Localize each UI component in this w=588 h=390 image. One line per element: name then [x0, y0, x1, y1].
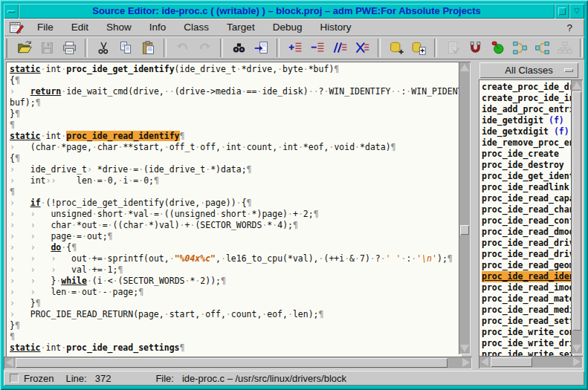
class-list-item[interactable]: proc_ide_read_settings: [482, 316, 574, 327]
call-graph-button[interactable]: [554, 38, 575, 58]
class-list-item[interactable]: proc_ide_write_config: [482, 327, 574, 338]
class-list-item[interactable]: proc_ide_read_config: [482, 215, 574, 227]
code-line: › › › out·+=·sprintf(out,·"%04x%c",·le16…: [10, 253, 462, 264]
syntax-check-icon: [445, 40, 461, 56]
class-vscroll-thumb[interactable]: [572, 91, 581, 331]
scroll-down-arrow[interactable]: [460, 345, 469, 352]
class-list[interactable]: create_proc_ide_drivescreate_proc_ide_in…: [479, 79, 574, 357]
class-hscroll-thumb[interactable]: [491, 357, 532, 367]
syntax-check-button[interactable]: [442, 38, 463, 58]
goto-line-icon: [253, 40, 269, 56]
find-button[interactable]: [228, 38, 249, 58]
redo-icon: [197, 40, 213, 56]
class-filter-dropdown[interactable]: All Classes: [479, 62, 578, 78]
outdent-button[interactable]: [307, 38, 328, 58]
shade-button[interactable]: ▽: [569, 4, 584, 19]
class-list-item[interactable]: proc_ide_read_media: [482, 305, 574, 316]
class-list-item[interactable]: proc_ide_read_imodel: [482, 282, 574, 293]
class-list-item[interactable]: proc_ide_create: [482, 149, 574, 160]
class-list-item[interactable]: proc_ide_read_channel: [482, 204, 574, 215]
scroll-up-arrow[interactable]: [572, 82, 581, 89]
magnet-button[interactable]: [465, 38, 485, 58]
class-list-item[interactable]: proc_ide_write_driver: [482, 338, 574, 349]
code-line: buf);¶: [10, 97, 462, 108]
class-list-item[interactable]: proc_ide_read_mate: [482, 293, 574, 305]
code-line: }¶: [10, 108, 462, 120]
class-list-item[interactable]: ide_getdigit (f): [482, 115, 574, 126]
call-graph-icon: [557, 40, 572, 56]
class-list-item[interactable]: proc_ide_read_dmodel: [482, 227, 574, 238]
cut-button[interactable]: [93, 38, 114, 58]
menu-debug[interactable]: Debug: [264, 19, 311, 36]
notepad-pencil-icon: [9, 20, 24, 35]
class-list-item[interactable]: proc_ide_readlink: [482, 182, 574, 193]
code-horizontal-scrollbar[interactable]: [4, 357, 472, 369]
menu-target[interactable]: Target: [218, 19, 264, 36]
class-list-item[interactable]: proc_ide_get_identify: [482, 171, 574, 182]
menu-class[interactable]: Class: [175, 19, 218, 36]
scroll-down-arrow[interactable]: [572, 345, 581, 352]
class-list-item[interactable]: ide_getxdigit (f): [482, 126, 574, 137]
add-file-button[interactable]: [408, 38, 429, 58]
comment-button[interactable]: [329, 38, 350, 58]
toolbar-grip-handle[interactable]: [6, 39, 7, 58]
maximize-button[interactable]: [555, 4, 569, 19]
window-menu-button[interactable]: [4, 4, 19, 19]
print-button[interactable]: [59, 38, 80, 58]
class-list-horizontal-scrollbar[interactable]: [479, 356, 583, 368]
class-list-item[interactable]: create_proc_ide_interfaces: [482, 93, 574, 104]
toolbar-group: [224, 38, 275, 58]
colorize-button[interactable]: [487, 38, 508, 58]
toolbar-group: [382, 38, 433, 58]
class-list-vertical-scrollbar[interactable]: [571, 79, 583, 354]
scroll-left-arrow[interactable]: [481, 357, 488, 366]
uncomment-button[interactable]: [352, 38, 372, 58]
referred-by-button[interactable]: [532, 38, 552, 58]
copy-button[interactable]: [115, 38, 136, 58]
add-symbol-button[interactable]: [386, 38, 407, 58]
class-list-item[interactable]: proc_ide_read_drivers: [482, 249, 574, 260]
class-list-item[interactable]: ide_remove_proc_entries: [482, 137, 574, 149]
redo-button[interactable]: [194, 38, 215, 58]
class-list-item-selected[interactable]: proc_ide_read_identify: [482, 271, 574, 282]
class-list-item[interactable]: proc_ide_destroy: [482, 160, 574, 171]
class-list-item[interactable]: create_proc_ide_drives: [482, 82, 574, 93]
toolbar-separator: [220, 39, 223, 57]
class-list-item[interactable]: proc_ide_read_capacity: [482, 193, 574, 204]
paste-button[interactable]: [138, 38, 158, 58]
save-button[interactable]: [36, 38, 57, 58]
code-line: › }¶: [10, 298, 462, 309]
undo-button[interactable]: [172, 38, 193, 58]
tool-bar: [4, 36, 584, 59]
find-icon: [231, 40, 247, 56]
add-symbol-icon: [389, 40, 404, 56]
code-vscroll-thumb[interactable]: [460, 225, 469, 235]
menu-info[interactable]: Info: [140, 19, 175, 36]
scroll-right-arrow[interactable]: [462, 358, 470, 367]
title-bar[interactable]: Source Editor: ide-proc.c ( (writable) )…: [4, 4, 584, 19]
menu-history[interactable]: History: [311, 19, 360, 36]
menu-edit[interactable]: Edit: [62, 19, 97, 36]
goto-line-button[interactable]: [251, 38, 271, 58]
line-label: Line:: [65, 373, 86, 384]
class-list-item[interactable]: proc_ide_read_driver: [482, 238, 574, 249]
frozen-toggle[interactable]: [10, 374, 19, 383]
indent-button[interactable]: [285, 38, 306, 58]
toolbar-group: [281, 38, 376, 58]
code-vertical-scrollbar[interactable]: [459, 62, 471, 354]
class-list-item[interactable]: proc_ide_read_geometry: [482, 260, 574, 271]
menu-show[interactable]: Show: [97, 19, 140, 36]
menu-file[interactable]: File: [28, 19, 62, 36]
code-line: › ide_drive_t› *drive·=·(ide_drive_t·*)d…: [10, 164, 462, 175]
refers-to-button[interactable]: [509, 38, 530, 58]
code-line: › › len·=·out·-·page;¶: [10, 287, 462, 298]
copy-icon: [118, 40, 134, 56]
code-hscroll-thumb[interactable]: [16, 358, 448, 368]
scroll-right-arrow[interactable]: [573, 357, 581, 366]
menu-help[interactable]: ?: [566, 22, 584, 33]
class-list-item[interactable]: ide_add_proc_entries: [482, 104, 574, 115]
scroll-left-arrow[interactable]: [6, 358, 13, 367]
scroll-up-arrow[interactable]: [460, 64, 469, 71]
code-area[interactable]: static·int·proc_ide_get_identify(ide_dri…: [6, 62, 462, 357]
open-file-button[interactable]: [14, 38, 35, 58]
